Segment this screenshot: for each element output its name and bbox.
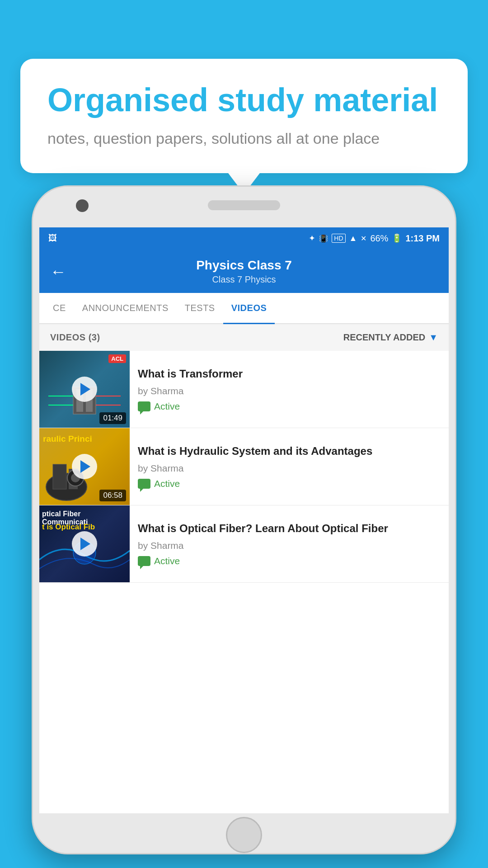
tab-videos[interactable]: VIDEOS [223, 293, 275, 323]
time-display: 1:13 PM [405, 233, 440, 244]
play-button-3[interactable] [72, 531, 97, 557]
speech-bubble: Organised study material notes, question… [20, 59, 468, 173]
battery-text: 66% [370, 233, 388, 244]
vibrate-icon: 📳 [319, 234, 328, 243]
image-icon: 🖼 [48, 233, 57, 243]
status-text-1: Active [154, 401, 180, 412]
sort-selector[interactable]: RECENTLY ADDED ▼ [343, 332, 438, 343]
video-info-1: What is Transformer by Sharma Active [130, 351, 449, 428]
status-bar: 🖼 ✦ 📳 HD ▲ ✕ 66% 🔋 1:13 PM [39, 226, 449, 250]
chat-icon-3 [138, 556, 150, 566]
status-right-info: ✦ 📳 HD ▲ ✕ 66% 🔋 1:13 PM [309, 233, 440, 244]
video-title-2: What is Hydraulic System and its Advanta… [138, 444, 441, 458]
chat-icon-1 [138, 401, 150, 411]
header-title: Physics Class 7 [75, 258, 413, 273]
status-text-3: Active [154, 556, 180, 566]
phone-frame: 🖼 ✦ 📳 HD ▲ ✕ 66% 🔋 1:13 PM ← Physics Cla… [32, 185, 456, 854]
video-info-3: What is Optical Fiber? Learn About Optic… [130, 505, 449, 582]
bluetooth-icon: ✦ [309, 233, 315, 243]
bubble-subtitle: notes, question papers, solutions all at… [47, 128, 441, 150]
chevron-down-icon: ▼ [429, 332, 438, 343]
sort-label: RECENTLY ADDED [343, 332, 426, 343]
wifi-icon: ▲ [349, 234, 357, 243]
acl-badge: ACL [108, 354, 126, 363]
tab-announcements[interactable]: ANNOUNCEMENTS [74, 293, 177, 323]
video-status-1: Active [138, 401, 441, 412]
video-thumbnail-2: raulic Princi 06:58 [39, 428, 130, 505]
play-button-2[interactable] [72, 454, 97, 479]
network-icon: ✕ [361, 234, 366, 243]
play-triangle-icon [80, 383, 90, 396]
video-thumbnail-3: ptical Fiber Communicati t is Optical Fi… [39, 505, 130, 582]
video-status-3: Active [138, 556, 441, 566]
play-button-1[interactable] [72, 377, 97, 402]
tab-tests[interactable]: TESTS [177, 293, 223, 323]
duration-badge-2: 06:58 [99, 490, 126, 501]
tab-ce[interactable]: CE [45, 293, 74, 323]
phone-top-bar [33, 187, 455, 227]
chat-icon-2 [138, 479, 150, 489]
video-author-1: by Sharma [138, 386, 441, 396]
video-author-3: by Sharma [138, 540, 441, 551]
play-triangle-icon-3 [80, 538, 90, 550]
filter-bar: VIDEOS (3) RECENTLY ADDED ▼ [39, 324, 449, 351]
header-title-block: Physics Class 7 Class 7 Physics [75, 258, 413, 285]
hd-badge: HD [332, 234, 345, 243]
video-author-2: by Sharma [138, 463, 441, 474]
video-item-2[interactable]: raulic Princi 06:58 What is H [39, 428, 449, 505]
video-info-2: What is Hydraulic System and its Advanta… [130, 428, 449, 505]
video-title-3: What is Optical Fiber? Learn About Optic… [138, 521, 441, 535]
video-status-2: Active [138, 478, 441, 489]
back-button[interactable]: ← [50, 262, 66, 281]
video-thumbnail-1: ACL 01:49 [39, 351, 130, 428]
phone-bottom-bar [33, 813, 455, 853]
video-list: ACL 01:49 What is Transformer by Sharma … [39, 351, 449, 583]
phone-speaker [208, 200, 280, 210]
app-header: ← Physics Class 7 Class 7 Physics [39, 250, 449, 293]
bubble-title: Organised study material [47, 82, 441, 118]
videos-count: VIDEOS (3) [50, 332, 100, 343]
header-breadcrumb: Class 7 Physics [75, 274, 413, 285]
status-text-2: Active [154, 478, 180, 489]
play-triangle-icon-2 [80, 460, 90, 473]
phone-camera [76, 199, 89, 212]
duration-badge-1: 01:49 [99, 412, 126, 424]
status-left-icons: 🖼 [48, 233, 57, 243]
svg-rect-8 [53, 464, 66, 489]
phone-screen: 🖼 ✦ 📳 HD ▲ ✕ 66% 🔋 1:13 PM ← Physics Cla… [39, 226, 449, 813]
video-title-1: What is Transformer [138, 367, 441, 381]
phone-home-button[interactable] [226, 817, 262, 853]
tabs-bar: CE ANNOUNCEMENTS TESTS VIDEOS [39, 293, 449, 324]
video-item[interactable]: ACL 01:49 What is Transformer by Sharma … [39, 351, 449, 428]
video-item-3[interactable]: ptical Fiber Communicati t is Optical Fi… [39, 505, 449, 583]
battery-icon: 🔋 [392, 233, 402, 243]
